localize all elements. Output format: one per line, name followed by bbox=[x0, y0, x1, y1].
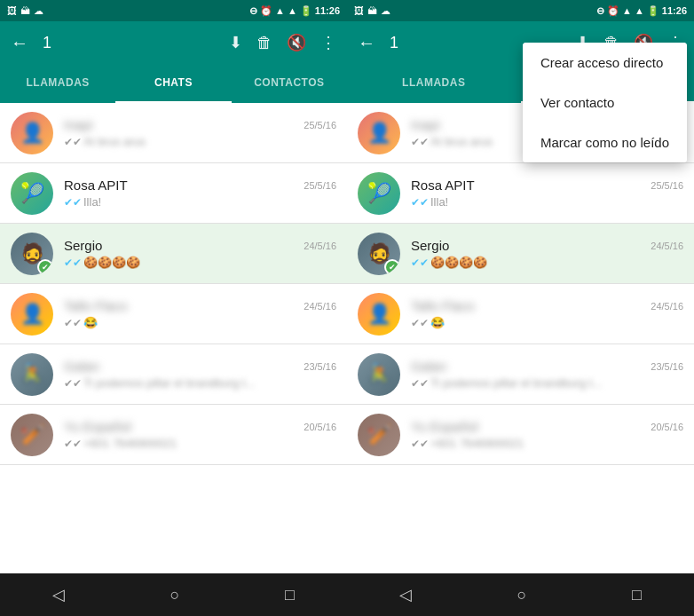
avatar-2-right: 🎾 bbox=[358, 172, 400, 215]
chat-content-4-left: Tallo Flaco 24/5/16 ✔✔ 😂 bbox=[64, 298, 336, 329]
chat-time-4-right: 24/5/16 bbox=[651, 301, 683, 312]
nav-home-right[interactable]: ○ bbox=[500, 579, 545, 612]
chat-time-2-right: 25/5/16 bbox=[651, 180, 683, 191]
context-menu-item-3[interactable]: Marcar como no leído bbox=[523, 122, 687, 162]
chat-content-2-left: Rosa APIT 25/5/16 ✔✔ Illa! bbox=[64, 178, 336, 209]
cloud-icon: ☁ bbox=[34, 5, 43, 17]
chat-item-6-left[interactable]: 🏏 Yu Español 20/5/16 ✔✔ +601 7646900021 bbox=[0, 405, 347, 465]
chat-time-6-right: 20/5/16 bbox=[651, 422, 683, 432]
avatar-6-right: 🏏 bbox=[358, 414, 400, 456]
archive-button[interactable]: ⬇ bbox=[229, 33, 242, 52]
nav-bar-left: ◁ ○ □ bbox=[0, 573, 347, 616]
preview-1-left: At brus arus bbox=[83, 135, 146, 148]
tab-chats-left[interactable]: CHATS bbox=[115, 64, 231, 103]
context-menu-item-2[interactable]: Ver contacto bbox=[523, 83, 687, 122]
preview-2-right: Illa! bbox=[430, 195, 448, 209]
chat-name-2-right: Rosa APIT bbox=[411, 178, 475, 193]
avatar-6-left: 🏏 bbox=[11, 414, 53, 456]
preview-6-right: +601 7646900021 bbox=[430, 437, 524, 450]
chat-item-5-right[interactable]: 🚴 Galan 23/5/16 ✔✔ Ti podemos pillar el … bbox=[347, 344, 694, 405]
preview-4-left: 😂 bbox=[83, 316, 98, 329]
alarm-icon: ⏰ bbox=[260, 5, 272, 17]
tick-6-right: ✔✔ bbox=[411, 438, 429, 450]
chat-item-1-left[interactable]: 👤 Inapi 25/5/16 ✔✔ At brus arus bbox=[0, 103, 347, 163]
chat-time-5-left: 23/5/16 bbox=[304, 361, 336, 372]
mute-button[interactable]: 🔇 bbox=[287, 33, 306, 52]
selected-badge-left: ✔ bbox=[37, 259, 53, 275]
chat-name-5-left: Galan bbox=[64, 359, 99, 374]
right-panel: 🖼 🏔 ☁ ⊖ ⏰ ▲ ▲ 🔋 11:26 ← 1 ⬇ 🗑 🔇 ⋮ LLAMAD… bbox=[347, 0, 694, 616]
nav-home-left[interactable]: ○ bbox=[153, 579, 198, 612]
nav-bar-right: ◁ ○ □ bbox=[347, 573, 694, 616]
signal-icon-r: ▲ bbox=[622, 5, 632, 16]
tick-2-right: ✔✔ bbox=[411, 196, 429, 209]
tick-2-left: ✔✔ bbox=[64, 196, 82, 209]
tick-3-left: ✔✔ bbox=[64, 257, 82, 269]
more-button-left[interactable]: ⋮ bbox=[320, 33, 336, 52]
nav-back-right[interactable]: ◁ bbox=[382, 578, 430, 612]
status-bar-left: 🖼 🏔 ☁ ⊖ ⏰ ▲ ▲ 🔋 11:26 bbox=[0, 0, 347, 21]
tab-llamadas-left[interactable]: LLAMADAS bbox=[0, 64, 115, 103]
back-button-left[interactable]: ← bbox=[11, 33, 28, 53]
chat-item-3-right[interactable]: 🧔 ✔ Sergio 24/5/16 ✔✔ 🍪🍪🍪🍪 bbox=[347, 224, 694, 284]
alarm-icon-r: ⏰ bbox=[607, 5, 619, 17]
chat-time-5-right: 23/5/16 bbox=[651, 361, 683, 372]
screenshot-icon: 🖼 bbox=[7, 5, 17, 16]
chat-name-3-left: Sergio bbox=[64, 238, 102, 253]
chat-item-2-right[interactable]: 🎾 Rosa APIT 25/5/16 ✔✔ Illa! bbox=[347, 163, 694, 224]
signal-icon: ▲ bbox=[275, 5, 285, 16]
tab-contactos-left[interactable]: CONTACTOS bbox=[232, 64, 347, 103]
preview-4-right: 😂 bbox=[430, 316, 445, 329]
chat-content-3-left: Sergio 24/5/16 ✔✔ 🍪🍪🍪🍪 bbox=[64, 238, 336, 269]
time-right: 11:26 bbox=[662, 5, 687, 16]
chat-name-1-left: Inapi bbox=[64, 117, 93, 132]
context-menu: Crear acceso directo Ver contacto Marcar… bbox=[523, 43, 687, 162]
tick-4-right: ✔✔ bbox=[411, 317, 429, 329]
context-menu-item-1[interactable]: Crear acceso directo bbox=[523, 43, 687, 83]
chat-content-6-right: Yu Español 20/5/16 ✔✔ +601 7646900021 bbox=[411, 419, 683, 450]
preview-3-right: 🍪🍪🍪🍪 bbox=[430, 256, 487, 269]
chat-time-1-left: 25/5/16 bbox=[304, 120, 336, 130]
chat-item-4-right[interactable]: 👤 Tallo Flaco 24/5/16 ✔✔ 😂 bbox=[347, 284, 694, 344]
preview-3-left: 🍪🍪🍪🍪 bbox=[83, 256, 140, 269]
tick-5-right: ✔✔ bbox=[411, 377, 429, 390]
preview-5-left: Ti podemos pillar el brandburg t... bbox=[83, 376, 255, 390]
nav-back-left[interactable]: ◁ bbox=[35, 578, 83, 612]
chat-name-6-right: Yu Español bbox=[411, 419, 478, 434]
tab-llamadas-right[interactable]: LLAMADAS bbox=[347, 64, 521, 103]
chat-list-right: 👤 Inapi 25/5/16 ✔✔ At brus arus 🎾 Ros bbox=[347, 103, 694, 573]
screenshot-icon-r: 🖼 bbox=[354, 5, 364, 16]
chat-content-5-right: Galan 23/5/16 ✔✔ Ti podemos pillar el br… bbox=[411, 359, 683, 390]
image-icon-r: 🏔 bbox=[367, 5, 377, 16]
preview-1-right: At brus arus bbox=[430, 135, 493, 148]
left-panel: 🖼 🏔 ☁ ⊖ ⏰ ▲ ▲ 🔋 11:26 ← 1 ⬇ 🗑 🔇 ⋮ LLAMAD… bbox=[0, 0, 347, 616]
chat-content-1-left: Inapi 25/5/16 ✔✔ At brus arus bbox=[64, 117, 336, 148]
chat-item-5-left[interactable]: 🚴 Galan 23/5/16 ✔✔ Ti podemos pillar el … bbox=[0, 344, 347, 405]
avatar-1-left: 👤 bbox=[11, 112, 53, 154]
chat-name-6-left: Yu Español bbox=[64, 419, 131, 434]
chat-item-6-right[interactable]: 🏏 Yu Español 20/5/16 ✔✔ +601 7646900021 bbox=[347, 405, 694, 465]
avatar-1-right: 👤 bbox=[358, 112, 400, 154]
status-icons-right: ⊖ ⏰ ▲ ▲ 🔋 11:26 bbox=[249, 5, 340, 17]
delete-button[interactable]: 🗑 bbox=[256, 34, 272, 52]
status-bar-right: 🖼 🏔 ☁ ⊖ ⏰ ▲ ▲ 🔋 11:26 bbox=[347, 0, 694, 21]
chat-item-2-left[interactable]: 🎾 Rosa APIT 25/5/16 ✔✔ Illa! bbox=[0, 163, 347, 224]
wifi-icon-r: ▲ bbox=[635, 5, 644, 16]
nav-recent-right[interactable]: □ bbox=[614, 579, 659, 612]
nav-recent-left[interactable]: □ bbox=[267, 579, 312, 612]
chat-item-3-left[interactable]: 🧔 ✔ Sergio 24/5/16 ✔✔ 🍪🍪🍪🍪 bbox=[0, 224, 347, 284]
chat-time-4-left: 24/5/16 bbox=[304, 301, 336, 312]
no-disturb-icon-r: ⊖ bbox=[596, 5, 604, 17]
back-button-right[interactable]: ← bbox=[358, 33, 375, 53]
avatar-4-left: 👤 bbox=[11, 293, 53, 336]
chat-content-6-left: Yu Español 20/5/16 ✔✔ +601 7646900021 bbox=[64, 419, 336, 450]
tick-4-left: ✔✔ bbox=[64, 317, 82, 329]
avatar-2-left: 🎾 bbox=[11, 172, 53, 215]
chat-list-left: 👤 Inapi 25/5/16 ✔✔ At brus arus 🎾 Ros bbox=[0, 103, 347, 573]
tick-3-right: ✔✔ bbox=[411, 257, 429, 269]
chat-name-4-right: Tallo Flaco bbox=[411, 298, 475, 313]
tick-5-left: ✔✔ bbox=[64, 377, 82, 390]
chat-item-4-left[interactable]: 👤 Tallo Flaco 24/5/16 ✔✔ 😂 bbox=[0, 284, 347, 344]
preview-5-right: Ti podemos pillar el brandburg t... bbox=[430, 376, 602, 390]
preview-2-left: Illa! bbox=[83, 195, 101, 209]
